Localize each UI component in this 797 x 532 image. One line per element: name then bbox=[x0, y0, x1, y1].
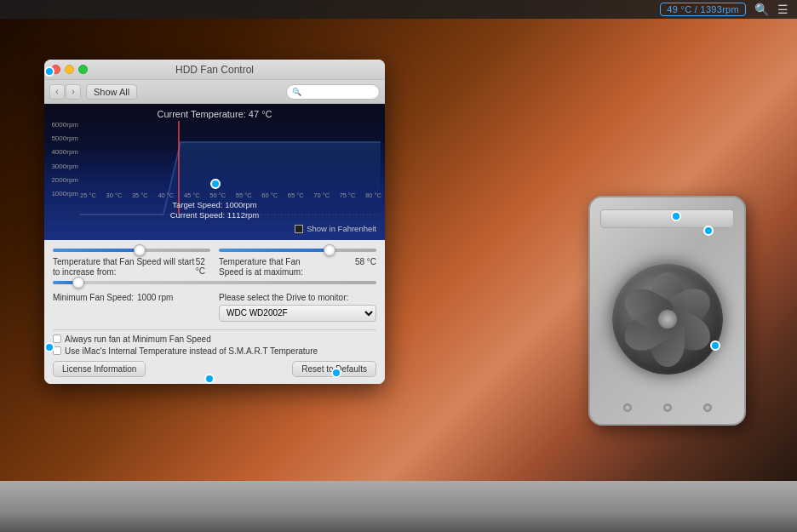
temp-rpm-badge[interactable]: 49 °C / 1393rpm bbox=[660, 3, 746, 16]
temp-max-labels: Temperature that Fan Speed is at maximum… bbox=[219, 257, 376, 277]
annotation-dot bbox=[703, 226, 714, 236]
annotation-dot bbox=[331, 368, 341, 378]
annotation-dot bbox=[710, 340, 720, 351]
internal-temp-label: Use iMac's Internal Temperature instead … bbox=[65, 346, 318, 356]
traffic-lights bbox=[51, 65, 88, 74]
current-speed-label: Current Speed: 1112rpm bbox=[170, 210, 260, 220]
always-run-label: Always run fan at Minimum Fan Speed bbox=[65, 335, 211, 344]
annotation-dot bbox=[44, 342, 54, 352]
x-label: 65 °C bbox=[288, 192, 304, 199]
x-axis: 25 °C 30 °C 35 °C 40 °C 45 °C 50 °C 55 °… bbox=[80, 192, 381, 199]
min-fan-track bbox=[53, 281, 376, 284]
annotation-dot bbox=[204, 374, 215, 384]
x-label: 40 °C bbox=[158, 192, 174, 199]
temp-start-thumb[interactable] bbox=[134, 244, 146, 256]
show-fahrenheit-option[interactable]: Show in Fahrenheit bbox=[295, 224, 376, 233]
temp-max-label: Temperature that Fan Speed is at maximum… bbox=[219, 257, 321, 277]
temp-max-thumb[interactable] bbox=[324, 244, 335, 256]
temp-start-track bbox=[53, 249, 210, 252]
temp-max-col: Temperature that Fan Speed is at maximum… bbox=[219, 247, 376, 279]
window-title: HDD Fan Control bbox=[175, 64, 254, 76]
fan-rotor bbox=[612, 264, 723, 375]
min-fan-value: 1000 rpm bbox=[137, 293, 173, 302]
fan-screw bbox=[703, 403, 712, 412]
buttons-row: License Information Reset to Defaults bbox=[53, 361, 376, 377]
back-button[interactable]: ‹ bbox=[49, 84, 65, 100]
search-bar[interactable]: 🔍 bbox=[286, 84, 380, 100]
nav-buttons: ‹ › bbox=[49, 84, 81, 100]
bottom-bar bbox=[0, 481, 797, 532]
target-speed-label: Target Speed: 1000rpm bbox=[172, 200, 256, 209]
sliders-row: Temperature that Fan Speed will start to… bbox=[53, 247, 376, 279]
drive-row: Please select the Drive to monitor: WDC … bbox=[219, 293, 376, 322]
x-label: 35 °C bbox=[132, 192, 148, 199]
chart-svg bbox=[44, 104, 385, 240]
fahrenheit-checkbox[interactable] bbox=[295, 225, 303, 233]
min-fan-slider-row bbox=[53, 281, 376, 284]
fan-screws bbox=[590, 403, 744, 412]
window-toolbar: ‹ › Show All 🔍 bbox=[44, 80, 385, 104]
window-titlebar: HDD Fan Control bbox=[44, 60, 385, 80]
chart-point[interactable] bbox=[210, 179, 221, 189]
drive-col: Please select the Drive to monitor: WDC … bbox=[219, 289, 376, 325]
x-label: 45 °C bbox=[184, 192, 200, 199]
show-all-button[interactable]: Show All bbox=[86, 84, 137, 100]
x-label: 60 °C bbox=[261, 192, 278, 199]
min-fan-col: Minimum Fan Speed: 1000 rpm bbox=[53, 289, 210, 325]
temp-start-col: Temperature that Fan Speed will start to… bbox=[53, 247, 210, 279]
license-info-button[interactable]: License Information bbox=[53, 361, 146, 377]
min-fan-info: Minimum Fan Speed: 1000 rpm bbox=[53, 293, 210, 302]
temp-start-value: 52 °C bbox=[196, 257, 210, 276]
drive-label: Please select the Drive to monitor: bbox=[219, 293, 376, 302]
drive-select[interactable]: WDC WD2002F bbox=[219, 305, 376, 322]
search-placeholder: 🔍 bbox=[292, 88, 301, 96]
always-run-checkbox[interactable] bbox=[53, 335, 61, 343]
temp-start-label: Temperature that Fan Speed will start to… bbox=[53, 257, 196, 277]
checkbox-always-run[interactable]: Always run fan at Minimum Fan Speed bbox=[53, 335, 376, 344]
maximize-button[interactable] bbox=[78, 65, 88, 74]
fan-screw bbox=[623, 403, 632, 412]
fan-center-hub bbox=[658, 310, 677, 329]
checkbox-internal-temp[interactable]: Use iMac's Internal Temperature instead … bbox=[53, 346, 376, 356]
fan-top-bar bbox=[600, 209, 734, 228]
temperature-chart: Current Temperature: 47 °C 6000rpm 5000r… bbox=[44, 104, 385, 240]
menubar-right: 49 °C / 1393rpm 🔍 ☰ bbox=[660, 3, 788, 16]
menubar: 49 °C / 1393rpm 🔍 ☰ bbox=[0, 0, 797, 19]
x-label: 30 °C bbox=[106, 192, 122, 199]
temp-max-slider-row bbox=[219, 249, 376, 252]
x-label: 80 °C bbox=[365, 192, 381, 199]
forward-button[interactable]: › bbox=[66, 84, 81, 100]
x-label: 70 °C bbox=[313, 192, 330, 199]
fan-illustration bbox=[588, 196, 746, 426]
temp-max-track bbox=[219, 249, 376, 252]
x-label: 25 °C bbox=[80, 192, 96, 199]
min-fan-thumb[interactable] bbox=[72, 277, 84, 289]
temp-start-labels: Temperature that Fan Speed will start to… bbox=[53, 257, 210, 277]
min-fan-label: Minimum Fan Speed: bbox=[53, 293, 134, 302]
annotation-dot bbox=[671, 211, 681, 221]
x-label: 55 °C bbox=[236, 192, 252, 199]
temp-start-fill bbox=[53, 249, 140, 252]
temp-max-value: 58 °C bbox=[355, 257, 376, 266]
divider bbox=[53, 329, 376, 330]
x-label: 75 °C bbox=[340, 192, 356, 199]
fan-body bbox=[588, 196, 746, 426]
min-drive-row: Minimum Fan Speed: 1000 rpm Please selec… bbox=[53, 289, 376, 325]
hamburger-icon[interactable]: ☰ bbox=[777, 3, 788, 16]
annotation-dot bbox=[44, 66, 54, 77]
minimize-button[interactable] bbox=[65, 65, 74, 74]
hdd-fan-control-window: HDD Fan Control ‹ › Show All 🔍 Current T… bbox=[44, 60, 385, 384]
controls-area: Temperature that Fan Speed will start to… bbox=[44, 240, 385, 384]
fan-screw bbox=[663, 403, 672, 412]
temp-start-slider-row bbox=[53, 249, 210, 252]
temp-max-fill bbox=[219, 249, 330, 252]
x-label: 50 °C bbox=[209, 192, 226, 199]
fahrenheit-label: Show in Fahrenheit bbox=[307, 224, 376, 233]
search-icon[interactable]: 🔍 bbox=[754, 3, 769, 16]
